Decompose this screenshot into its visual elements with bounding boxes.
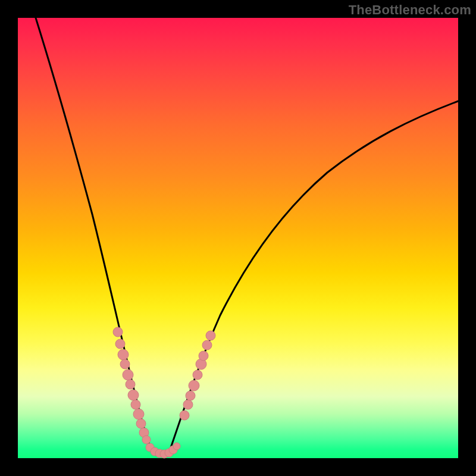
svg-point-26 (202, 340, 212, 350)
svg-point-22 (189, 380, 199, 391)
svg-point-11 (142, 436, 151, 444)
svg-point-1 (115, 339, 125, 349)
svg-point-9 (136, 419, 146, 428)
curve-layer (18, 18, 458, 458)
svg-point-19 (180, 411, 189, 420)
svg-point-4 (123, 369, 133, 380)
svg-point-23 (193, 370, 202, 380)
svg-point-7 (131, 400, 140, 409)
svg-point-25 (199, 351, 208, 361)
curve-right-branch (170, 101, 458, 451)
plot-area (18, 18, 458, 458)
svg-point-27 (206, 331, 215, 340)
svg-point-20 (183, 400, 193, 409)
bead-cluster-floor (146, 443, 180, 458)
bead-cluster-right (180, 331, 215, 420)
svg-point-5 (126, 380, 135, 389)
svg-point-0 (113, 327, 123, 337)
chart-frame: TheBottleneck.com (0, 0, 476, 476)
svg-point-2 (118, 349, 129, 360)
svg-point-3 (120, 359, 130, 369)
svg-point-18 (173, 443, 180, 450)
watermark-text: TheBottleneck.com (349, 2, 471, 18)
svg-point-8 (133, 409, 144, 419)
bead-cluster-left (113, 327, 151, 444)
svg-point-21 (186, 391, 195, 400)
svg-point-6 (128, 390, 139, 400)
